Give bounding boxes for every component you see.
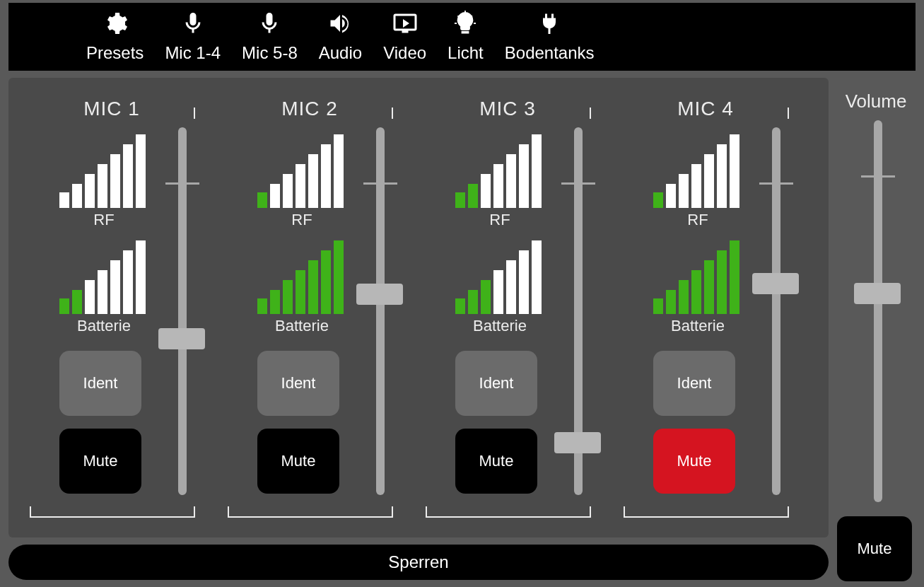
battery-meter [455, 240, 542, 314]
mic-slider[interactable] [554, 127, 601, 495]
battery-label: Batterie [624, 317, 772, 335]
nav-label: Mic 5-8 [242, 43, 298, 63]
master-mute-button[interactable]: Mute [837, 516, 912, 581]
ident-button[interactable]: Ident [455, 351, 537, 416]
top-nav: Presets Mic 1-4 Mic 5-8 Audio Video Lich… [8, 3, 916, 71]
mic-icon [257, 11, 282, 43]
battery-meter [59, 240, 146, 314]
ident-button[interactable]: Ident [257, 351, 339, 416]
mic-slider-thumb[interactable] [356, 284, 403, 305]
battery-meter [257, 240, 344, 314]
bulb-icon [452, 11, 478, 43]
mic-slider[interactable] [356, 127, 403, 495]
lock-button[interactable]: Sperren [8, 545, 829, 580]
mic-slider-thumb[interactable] [158, 328, 205, 349]
master-slider-thumb[interactable] [854, 283, 901, 304]
rf-meter [257, 134, 344, 208]
mute-button[interactable]: Mute [653, 429, 735, 494]
mic-title: MIC 3 [426, 98, 590, 120]
mic-channel-1: MIC 1 RF Batterie Ident Mute [30, 85, 221, 523]
mic-title: MIC 2 [228, 98, 392, 120]
mic-slider-thumb[interactable] [752, 273, 799, 294]
screen-icon [392, 11, 418, 43]
nav-item-mic-1-4[interactable]: Mic 1-4 [165, 11, 221, 63]
mic-channel-3: MIC 3 RF Batterie Ident Mute [426, 85, 616, 523]
mic-icon [180, 11, 206, 43]
volume-label: Volume [837, 91, 915, 112]
master-volume-section: Volume Mute [837, 78, 915, 581]
rf-label: RF [426, 211, 574, 229]
master-slider[interactable] [854, 120, 901, 502]
mic-slider[interactable] [158, 127, 205, 495]
nav-item-mic-5-8[interactable]: Mic 5-8 [242, 11, 298, 63]
mute-button[interactable]: Mute [59, 429, 141, 494]
mic-title: MIC 1 [30, 98, 194, 120]
mic-panel: MIC 1 RF Batterie Ident Mute MIC 2 RF Ba… [8, 78, 829, 537]
nav-item-presets[interactable]: Presets [86, 11, 144, 63]
nav-label: Licht [448, 43, 484, 63]
mic-title: MIC 4 [624, 98, 788, 120]
rf-label: RF [624, 211, 772, 229]
ident-button[interactable]: Ident [59, 351, 141, 416]
mute-button[interactable]: Mute [257, 429, 339, 494]
mic-channel-4: MIC 4 RF Batterie Ident Mute [624, 85, 814, 523]
nav-item-video[interactable]: Video [383, 11, 426, 63]
nav-item-licht[interactable]: Licht [448, 11, 484, 63]
mute-button[interactable]: Mute [455, 429, 537, 494]
rf-label: RF [30, 211, 178, 229]
nav-label: Mic 1-4 [165, 43, 221, 63]
gear-icon [103, 11, 128, 43]
rf-meter [653, 134, 739, 208]
nav-label: Bodentanks [505, 43, 595, 63]
nav-label: Video [383, 43, 426, 63]
mic-slider[interactable] [752, 127, 799, 495]
nav-label: Audio [319, 43, 362, 63]
speaker-icon [327, 11, 353, 43]
nav-item-audio[interactable]: Audio [319, 11, 362, 63]
nav-item-bodentanks[interactable]: Bodentanks [505, 11, 595, 63]
rf-label: RF [228, 211, 376, 229]
ident-button[interactable]: Ident [653, 351, 735, 416]
plug-icon [537, 11, 562, 43]
battery-label: Batterie [228, 317, 376, 335]
battery-label: Batterie [30, 317, 178, 335]
rf-meter [59, 134, 146, 208]
nav-label: Presets [86, 43, 144, 63]
mic-channel-2: MIC 2 RF Batterie Ident Mute [228, 85, 419, 523]
battery-meter [653, 240, 739, 314]
battery-label: Batterie [426, 317, 574, 335]
mic-slider-thumb[interactable] [554, 432, 601, 453]
rf-meter [455, 134, 542, 208]
